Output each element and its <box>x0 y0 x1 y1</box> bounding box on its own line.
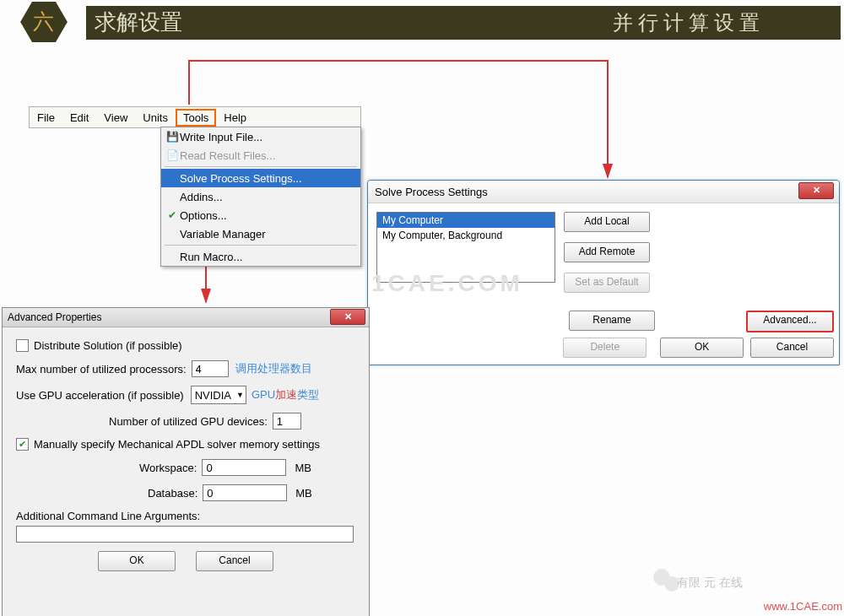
gpu-num-label: Number of utilized GPU devices: <box>109 415 268 428</box>
close-button[interactable]: ✕ <box>330 309 365 325</box>
unit-label: MB <box>295 462 311 474</box>
set-default-button: Set as Default <box>564 273 650 293</box>
cancel-button[interactable]: Cancel <box>750 338 834 358</box>
cancel-button[interactable]: Cancel <box>196 551 273 571</box>
check-icon: ✔ <box>165 209 180 221</box>
chevron-down-icon: ▼ <box>236 391 244 399</box>
advanced-button[interactable]: Advanced... <box>746 311 834 332</box>
dialog-title: Advanced Properties <box>8 311 101 323</box>
watermark-url: www.1CAE.com <box>764 600 842 613</box>
rename-button[interactable]: Rename <box>569 311 655 331</box>
close-button[interactable]: ✕ <box>798 182 834 199</box>
gpu-select[interactable]: NVIDIA▼ <box>191 386 246 404</box>
additional-args-input[interactable] <box>16 526 354 543</box>
dialog-titlebar: Advanced Properties ✕ <box>3 308 369 327</box>
menu-tools[interactable]: Tools <box>176 109 216 127</box>
menu-units[interactable]: Units <box>135 109 176 127</box>
menu-options[interactable]: ✔Options... <box>161 206 360 224</box>
read-icon: 📄 <box>165 149 180 161</box>
menu-edit[interactable]: Edit <box>62 109 96 127</box>
database-label: Database: <box>148 487 197 500</box>
menu-separator <box>165 245 357 246</box>
max-proc-label: Max number of utilized processors: <box>16 363 187 376</box>
menubar: File Edit View Units Tools Help <box>29 106 361 128</box>
list-item[interactable]: My Computer <box>377 213 555 228</box>
list-item[interactable]: My Computer, Background <box>377 228 555 243</box>
menu-view[interactable]: View <box>96 109 135 127</box>
advanced-properties-dialog: Advanced Properties ✕ Distribute Solutio… <box>2 307 370 616</box>
gpu-accel-label: Use GPU acceleration (if possible) <box>16 389 184 402</box>
watermark-brand: 有限 元 在线 <box>677 575 743 591</box>
menu-write-input-file[interactable]: 💾Write Input File... <box>161 127 360 146</box>
workspace-label: Workspace: <box>139 462 197 474</box>
mem-label: Manually specify Mechanical APDL solver … <box>34 438 320 451</box>
mem-checkbox[interactable]: ✔ <box>16 438 29 451</box>
svg-text:六: 六 <box>34 10 55 33</box>
page-title-right: 并行计算设置 <box>537 6 841 40</box>
menu-read-result-files: 📄Read Result Files... <box>161 146 360 165</box>
distribute-checkbox[interactable] <box>16 339 29 352</box>
gpu-hint: GPU加速类型 <box>252 387 319 403</box>
ok-button[interactable]: OK <box>98 551 176 571</box>
database-input[interactable] <box>203 484 287 501</box>
ok-button[interactable]: OK <box>660 338 744 358</box>
dialog-titlebar: Solve Process Settings ✕ <box>368 181 839 203</box>
unit-label: MB <box>295 487 312 500</box>
additional-args-label: Additional Command Line Arguments: <box>16 510 355 522</box>
menu-file[interactable]: File <box>30 109 62 127</box>
menu-run-macro[interactable]: Run Macro... <box>161 247 360 266</box>
workspace-input[interactable] <box>202 459 286 476</box>
menu-separator <box>165 166 357 167</box>
max-processors-input[interactable] <box>192 360 229 377</box>
menu-help[interactable]: Help <box>216 109 254 127</box>
menu-solve-process-settings[interactable]: Solve Process Settings... <box>161 169 360 187</box>
watermark-bg: 1CAE.COM <box>371 270 523 297</box>
tools-dropdown: 💾Write Input File... 📄Read Result Files.… <box>160 127 361 267</box>
dialog-title: Solve Process Settings <box>375 186 488 198</box>
delete-button: Delete <box>563 338 647 358</box>
gpu-devices-input[interactable] <box>273 413 301 430</box>
distribute-label: Distribute Solution (if possible) <box>34 339 182 352</box>
menu-addins[interactable]: Addins... <box>161 187 360 206</box>
save-icon: 💾 <box>165 131 180 143</box>
menu-variable-manager[interactable]: Variable Manager <box>161 224 360 243</box>
page-title-left: 求解设置 <box>86 6 542 40</box>
add-local-button[interactable]: Add Local <box>564 212 650 232</box>
step-hexagon: 六 <box>14 2 74 42</box>
add-remote-button[interactable]: Add Remote <box>564 242 650 262</box>
max-proc-hint: 调用处理器数目 <box>235 361 312 376</box>
